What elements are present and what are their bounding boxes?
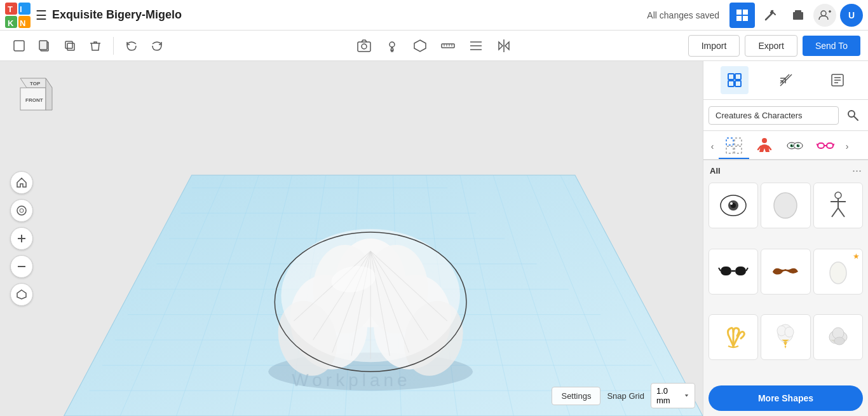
undo-btn[interactable] — [120, 34, 143, 57]
svg-text:T: T — [8, 4, 13, 14]
settings-btn[interactable]: Settings — [552, 387, 600, 405]
svg-point-133 — [774, 193, 797, 218]
category-selector: Creatures & Characters Basic Shapes Text… — [703, 100, 868, 131]
zoom-out-btn[interactable] — [10, 255, 33, 278]
svg-point-123 — [798, 144, 799, 146]
svg-rect-101 — [735, 81, 741, 87]
svg-rect-112 — [735, 146, 742, 153]
delete-btn[interactable] — [84, 34, 107, 57]
zoom-fit-btn[interactable] — [10, 199, 33, 222]
svg-rect-32 — [442, 44, 454, 48]
search-btn[interactable] — [843, 105, 863, 125]
redo-btn[interactable] — [146, 34, 168, 57]
svg-rect-99 — [735, 74, 741, 80]
svg-marker-97 — [685, 394, 688, 397]
add-user-btn[interactable] — [813, 4, 836, 27]
duplicate-btn[interactable] — [58, 34, 81, 57]
save-status: All changes saved — [647, 10, 719, 20]
more-shapes-btn[interactable]: More Shapes — [709, 385, 863, 411]
mirror-icon[interactable] — [492, 34, 515, 57]
svg-point-147 — [785, 327, 794, 337]
svg-marker-42 — [505, 42, 509, 50]
orientation-cube[interactable]: TOP FRONT — [8, 69, 58, 120]
home-btn[interactable] — [10, 171, 33, 194]
svg-point-134 — [835, 192, 841, 198]
svg-marker-96 — [17, 290, 26, 299]
polygon-icon[interactable] — [409, 34, 431, 57]
shape-card-skeleton[interactable] — [813, 183, 863, 228]
toolbar: Import Export Send To — [0, 31, 868, 61]
topbar: T I N K ☰ Exquisite Bigery-Migelo All ch… — [0, 0, 868, 31]
category-dropdown[interactable]: Creatures & Characters Basic Shapes Text… — [709, 106, 839, 125]
separator1 — [113, 37, 114, 55]
svg-point-122 — [792, 144, 793, 146]
star-badge: ★ — [853, 252, 860, 261]
svg-rect-125 — [827, 143, 833, 148]
shape-card-eye[interactable] — [709, 183, 758, 228]
shape-card-icecream[interactable] — [761, 314, 810, 360]
shape-card-cloud[interactable] — [813, 314, 863, 360]
svg-rect-20 — [14, 41, 24, 51]
svg-rect-124 — [818, 143, 824, 148]
tab-glasses[interactable] — [810, 134, 841, 159]
shape-card-sunglasses[interactable] — [709, 249, 758, 295]
tab-arrow-left[interactable]: ‹ — [706, 134, 719, 159]
svg-line-12 — [766, 13, 773, 20]
svg-point-91 — [17, 206, 26, 215]
svg-marker-31 — [414, 40, 426, 52]
nav-icons — [729, 3, 811, 28]
shapes-panel-btn[interactable] — [721, 66, 749, 94]
svg-line-108 — [854, 116, 858, 120]
svg-text:TOP: TOP — [30, 81, 41, 87]
export-btn[interactable]: Export — [745, 35, 797, 57]
svg-point-27 — [362, 44, 367, 49]
svg-rect-22 — [39, 41, 47, 50]
svg-text:K: K — [8, 18, 14, 28]
copy-btn[interactable] — [33, 34, 56, 57]
ruler-panel-btn[interactable] — [772, 66, 800, 94]
tab-eyes[interactable] — [780, 134, 810, 159]
align-icon[interactable] — [465, 34, 487, 57]
shapes-header: All ··· — [703, 160, 868, 180]
light-icon[interactable] — [381, 34, 403, 57]
grid-view-btn[interactable] — [729, 3, 755, 28]
snap-grid-input[interactable]: 1.0 mm — [651, 383, 695, 408]
tab-all-shapes[interactable] — [719, 134, 749, 159]
sendto-btn[interactable]: Send To — [803, 36, 860, 56]
new-btn[interactable] — [8, 34, 31, 57]
svg-marker-41 — [499, 42, 503, 50]
notes-panel-btn[interactable] — [824, 66, 851, 94]
shapes-grid: ★ — [703, 180, 868, 380]
box-btn[interactable] — [785, 3, 811, 28]
svg-rect-10 — [736, 16, 742, 21]
svg-rect-109 — [726, 138, 733, 145]
shape-card-egg[interactable]: ★ — [813, 249, 863, 295]
shape-card-mustache[interactable] — [761, 249, 810, 295]
avatar-btn[interactable]: U — [840, 4, 863, 27]
ruler-icon[interactable] — [437, 34, 459, 57]
svg-rect-110 — [735, 138, 742, 145]
grid-plane — [0, 61, 703, 416]
svg-text:I: I — [20, 4, 22, 14]
tab-arrow-right[interactable]: › — [841, 134, 853, 159]
shape-card-claw[interactable] — [709, 314, 758, 360]
svg-rect-23 — [67, 43, 74, 50]
svg-rect-100 — [728, 81, 734, 87]
viewport[interactable]: TOP FRONT Workplane — [0, 61, 703, 416]
svg-point-113 — [762, 138, 767, 143]
camera-icon[interactable] — [353, 34, 376, 57]
import-btn[interactable]: Import — [688, 35, 740, 57]
svg-rect-11 — [743, 16, 748, 21]
svg-rect-98 — [728, 74, 734, 80]
project-title[interactable]: Exquisite Bigery-Migelo — [52, 8, 647, 22]
tinkercad-logo[interactable]: T I N K — [5, 3, 31, 28]
perspective-btn[interactable] — [10, 283, 33, 306]
shape-card-head[interactable] — [761, 183, 810, 228]
zoom-in-btn[interactable] — [10, 227, 33, 250]
pickaxe-btn[interactable] — [757, 3, 783, 28]
menu-icon[interactable]: ☰ — [36, 8, 47, 23]
tab-figure[interactable] — [749, 134, 780, 159]
shape-tabs: ‹ — [703, 131, 868, 160]
shapes-more-btn[interactable]: ··· — [852, 164, 862, 177]
user-icons: U — [813, 4, 863, 27]
